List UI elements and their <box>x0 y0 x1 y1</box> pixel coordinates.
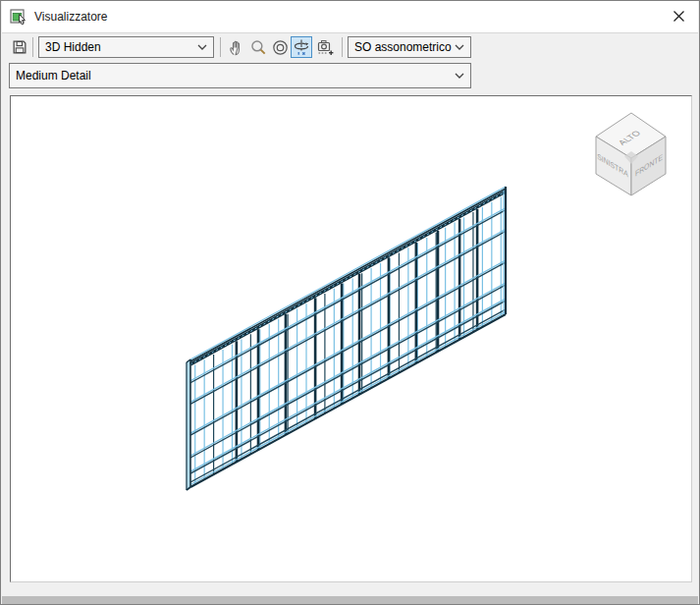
chevron-down-icon <box>197 44 207 50</box>
detail-level-value: Medium Detail <box>16 69 91 82</box>
close-button[interactable] <box>659 1 698 31</box>
close-icon <box>673 10 685 23</box>
separator <box>32 37 33 57</box>
view-style-select[interactable]: 3D Hidden <box>38 36 214 58</box>
viewport-canvas[interactable]: ALTO SINISTRA FRONTE <box>10 95 692 582</box>
hand-icon <box>227 38 245 57</box>
app-icon <box>10 8 27 26</box>
viewcube[interactable]: ALTO SINISTRA FRONTE <box>596 113 666 195</box>
magnifier-icon <box>249 38 268 57</box>
detail-level-select[interactable]: Medium Detail <box>9 63 471 88</box>
window-bottom-edge <box>2 596 698 605</box>
floppy-disk-icon <box>11 38 28 56</box>
turntable-button[interactable] <box>291 36 312 58</box>
pan-button[interactable] <box>225 36 246 58</box>
save-button[interactable] <box>9 36 30 58</box>
orbit-button[interactable] <box>269 36 291 58</box>
camera-plus-icon <box>315 37 335 57</box>
viewport-drawing: ALTO SINISTRA FRONTE <box>11 96 691 581</box>
orbit-icon <box>271 38 290 57</box>
add-camera-button[interactable] <box>314 36 336 58</box>
chevron-down-icon <box>455 44 464 50</box>
orientation-select[interactable]: SO assonometrico <box>348 36 471 58</box>
railing-model <box>187 187 506 490</box>
view-style-value: 3D Hidden <box>45 40 101 54</box>
toolbar: 3D Hidden <box>2 33 698 94</box>
visualizzatore-window: Visualizzatore 3D Hidden <box>0 0 700 605</box>
window-title: Visualizzatore <box>34 10 107 24</box>
title-bar: Visualizzatore <box>2 1 698 33</box>
zoom-button[interactable] <box>247 36 269 58</box>
turntable-axis-icon <box>292 37 311 57</box>
separator <box>220 37 221 57</box>
orientation-value: SO assonometrico <box>354 40 452 54</box>
separator <box>342 37 343 57</box>
chevron-down-icon <box>455 73 464 79</box>
